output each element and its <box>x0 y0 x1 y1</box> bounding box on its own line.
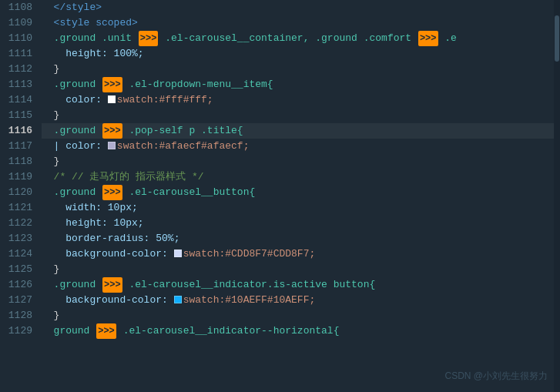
code-token: border-radius: 50%; <box>42 231 179 246</box>
code-token: .ground <box>42 77 102 92</box>
line-number: 1110 <box>0 31 32 46</box>
color-swatch <box>108 95 116 103</box>
color-swatch <box>108 142 116 149</box>
line-number: 1127 <box>0 293 32 308</box>
css-deep-combinator: >>> <box>102 185 122 200</box>
css-deep-combinator: >>> <box>139 31 159 46</box>
line-numbers: 1108110911101111111211131114111511161117… <box>0 0 39 392</box>
code-token: height: 10px; <box>42 216 144 231</box>
code-line: } <box>42 108 560 123</box>
scrollbar-thumb[interactable] <box>555 15 559 62</box>
code-content[interactable]: </style> <style scoped> .ground .unit >>… <box>39 0 560 392</box>
code-line: } <box>42 308 560 323</box>
code-token: .ground <box>42 185 102 200</box>
code-line: color: swatch:#fff#fff; <box>42 92 560 108</box>
editor-container: 1108110911101111111211131114111511161117… <box>0 0 560 392</box>
code-token: .ground .unit <box>42 31 138 46</box>
color-value: swatch:#CDD8F7 <box>183 246 267 262</box>
code-line: | color: swatch:#afaecf#afaecf; <box>42 139 560 154</box>
css-deep-combinator: >>> <box>102 123 122 139</box>
code-line: .ground >>> .el-carousel__button{ <box>42 185 560 200</box>
code-line: border-radius: 50%; <box>42 231 560 246</box>
code-line: } <box>42 262 560 277</box>
code-token: .el-carousel__indicator.is-active button… <box>123 277 376 293</box>
code-token: .e <box>439 31 457 46</box>
color-swatch <box>174 296 182 303</box>
line-number: 1108 <box>0 0 32 15</box>
css-deep-combinator: >>> <box>96 323 116 339</box>
code-line: /* // 走马灯的 指示器样式 */ <box>42 169 560 185</box>
code-token: } <box>42 308 59 323</box>
color-value: swatch:#10AEFF <box>183 293 267 308</box>
code-line: } <box>42 62 560 77</box>
code-line: height: 100%; <box>42 46 560 62</box>
color-value: swatch:#fff <box>117 92 183 108</box>
line-number: 1120 <box>0 185 32 200</box>
color-swatch <box>174 250 182 257</box>
code-token: background-color: <box>42 293 174 308</box>
line-number: 1114 <box>0 92 32 108</box>
code-line: ground >>> .el-carousel__indicator--hori… <box>42 323 560 339</box>
line-number: 1122 <box>0 216 32 231</box>
line-number: 1118 <box>0 154 32 169</box>
line-number: 1119 <box>0 169 32 185</box>
code-token: .pop-self p .title{ <box>123 123 243 139</box>
code-line: background-color: swatch:#CDD8F7#CDD8F7; <box>42 246 560 262</box>
line-number: 1121 <box>0 200 32 216</box>
code-line: </style> <box>42 0 560 15</box>
code-line: } <box>42 154 560 169</box>
code-token: .el-carousel__indicator--horizontal{ <box>117 323 340 339</box>
line-number: 1111 <box>0 46 32 62</box>
line-number: 1109 <box>0 15 32 31</box>
code-token: #CDD8F7; <box>267 246 315 262</box>
code-line: .ground >>> .el-carousel__indicator.is-a… <box>42 277 560 293</box>
scrollbar[interactable] <box>554 0 560 392</box>
watermark: CSDN @小刘先生很努力 <box>444 370 548 383</box>
code-token: .el-carousel__container, .ground .comfor… <box>159 31 417 46</box>
code-token: .ground <box>42 277 102 293</box>
code-token: /* // 走马灯的 指示器样式 */ <box>42 169 204 185</box>
code-token: .el-carousel__button{ <box>123 185 256 200</box>
code-token: } <box>42 62 59 77</box>
code-token: #10AEFF; <box>267 293 315 308</box>
line-number: 1125 <box>0 262 32 277</box>
code-token: <style scoped> <box>42 15 138 31</box>
code-line: height: 10px; <box>42 216 560 231</box>
code-token: | color: <box>42 139 108 154</box>
code-token: #fff; <box>183 92 213 108</box>
code-token: height: 100%; <box>42 46 144 62</box>
css-deep-combinator: >>> <box>102 77 122 92</box>
code-token: </style> <box>42 0 102 15</box>
css-deep-combinator: >>> <box>102 277 122 293</box>
line-number: 1128 <box>0 308 32 323</box>
code-line: background-color: swatch:#10AEFF#10AEFF; <box>42 293 560 308</box>
code-area: 1108110911101111111211131114111511161117… <box>0 0 560 392</box>
line-number: 1123 <box>0 231 32 246</box>
color-value: swatch:#afaecf <box>117 139 201 154</box>
line-number: 1113 <box>0 77 32 92</box>
code-token: #afaecf; <box>201 139 249 154</box>
css-deep-combinator: >>> <box>418 31 438 46</box>
code-line: .ground >>> .el-dropdown-menu__item{ <box>42 77 560 92</box>
line-number: 1126 <box>0 277 32 293</box>
line-number: 1129 <box>0 323 32 339</box>
line-number: 1112 <box>0 62 32 77</box>
code-token: } <box>42 108 59 123</box>
code-line: <style scoped> <box>42 15 560 31</box>
line-number: 1117 <box>0 139 32 154</box>
code-token: background-color: <box>42 246 174 262</box>
code-token: .el-dropdown-menu__item{ <box>123 77 273 92</box>
code-token: .ground <box>42 123 102 139</box>
code-line: .ground >>> .pop-self p .title{ <box>42 123 560 139</box>
code-token: } <box>42 154 59 169</box>
code-token: } <box>42 262 59 277</box>
line-number: 1116 <box>0 123 32 139</box>
code-line: .ground .unit >>> .el-carousel__containe… <box>42 31 560 46</box>
line-number: 1115 <box>0 108 32 123</box>
code-token: ground <box>42 323 96 339</box>
line-number: 1124 <box>0 246 32 262</box>
code-token: color: <box>42 92 108 108</box>
code-line: width: 10px; <box>42 200 560 216</box>
code-token: width: 10px; <box>42 200 138 216</box>
